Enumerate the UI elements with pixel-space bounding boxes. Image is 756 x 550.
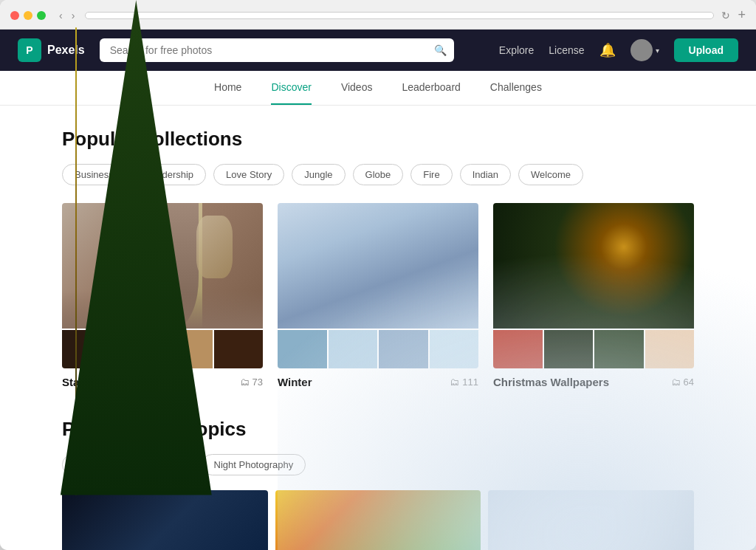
browser-titlebar: ‹ › ↻ + bbox=[0, 0, 756, 30]
logo-area[interactable]: P Pexels bbox=[18, 38, 85, 62]
search-input[interactable] bbox=[100, 38, 454, 62]
tag-globe[interactable]: Globe bbox=[353, 164, 404, 185]
tag-love-story[interactable]: Love Story bbox=[213, 164, 284, 185]
back-button[interactable]: ‹ bbox=[56, 8, 66, 23]
forward-button[interactable]: › bbox=[69, 8, 78, 23]
tab-leaderboard[interactable]: Leaderboard bbox=[402, 71, 460, 105]
notification-icon[interactable]: 🔔 bbox=[599, 42, 616, 58]
bottom-photo-underwater[interactable] bbox=[62, 490, 268, 550]
search-bar: 🔍 bbox=[100, 38, 454, 62]
tag-indian[interactable]: Indian bbox=[460, 164, 511, 185]
tag-welcome[interactable]: Welcome bbox=[518, 164, 583, 185]
header-nav: Explore License 🔔 ▾ Upload bbox=[499, 38, 738, 62]
app-header: P Pexels 🔍 Explore License 🔔 ▾ Upload bbox=[0, 30, 756, 71]
tag-fire[interactable]: Fire bbox=[410, 164, 452, 185]
collection-count-icon: 🗂 bbox=[240, 377, 250, 388]
avatar-wrap[interactable]: ▾ bbox=[630, 39, 659, 61]
tab-home[interactable]: Home bbox=[214, 71, 241, 105]
collection-count-selfie: 🗂 73 bbox=[240, 377, 263, 388]
logo-icon: P bbox=[18, 38, 41, 62]
browser-nav-arrows: ‹ › bbox=[56, 8, 78, 23]
collection-card-winter[interactable]: Winter 🗂 111 bbox=[278, 203, 478, 388]
search-icon: 🔍 bbox=[434, 44, 447, 56]
sub-nav: Home Discover Videos Leaderboard Challen… bbox=[0, 71, 756, 106]
tab-discover[interactable]: Discover bbox=[271, 71, 311, 105]
upload-button[interactable]: Upload bbox=[674, 38, 738, 62]
minimize-button[interactable] bbox=[24, 11, 32, 20]
collections-grid: Stay At Home Selfie 🗂 73 bbox=[62, 203, 694, 388]
chevron-down-icon: ▾ bbox=[656, 47, 659, 55]
license-link[interactable]: License bbox=[549, 44, 584, 56]
maximize-button[interactable] bbox=[37, 11, 46, 20]
reload-button[interactable]: ↻ bbox=[721, 10, 730, 21]
tab-videos[interactable]: Videos bbox=[341, 71, 373, 105]
avatar bbox=[630, 39, 653, 61]
logo-text: Pexels bbox=[47, 44, 85, 57]
url-bar[interactable] bbox=[85, 12, 714, 19]
tab-challenges[interactable]: Challenges bbox=[490, 71, 542, 105]
explore-link[interactable]: Explore bbox=[499, 44, 534, 56]
close-button[interactable] bbox=[10, 11, 19, 20]
new-tab-button[interactable]: + bbox=[738, 7, 746, 23]
browser-window: ‹ › ↻ + P Pexels 🔍 Explore License 🔔 ▾ U… bbox=[0, 0, 756, 550]
tag-jungle[interactable]: Jungle bbox=[292, 164, 345, 185]
main-content: Popular Collections Business Leadership … bbox=[0, 106, 756, 550]
traffic-lights bbox=[10, 11, 46, 20]
